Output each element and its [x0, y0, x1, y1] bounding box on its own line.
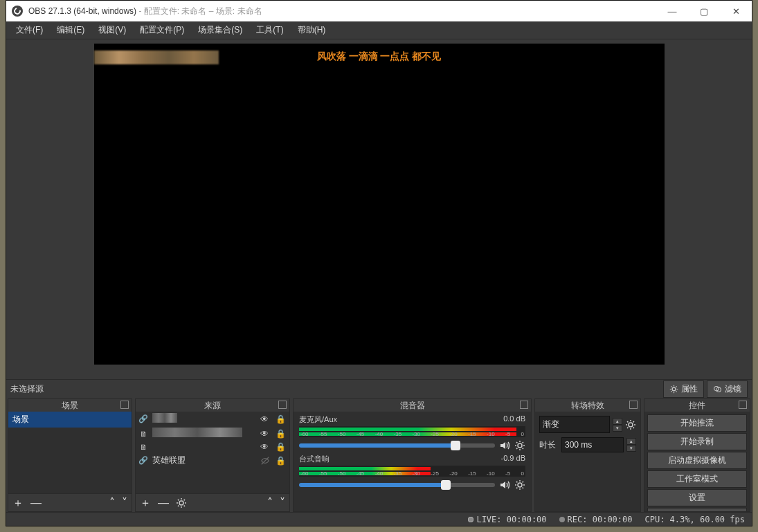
filters-button[interactable]: 滤镜: [707, 380, 748, 398]
menu-view[interactable]: 视图(V): [91, 21, 133, 39]
window-buttons: — ▢ ✕: [656, 1, 752, 21]
source-move-down-button[interactable]: ˅: [280, 497, 285, 508]
source-toolbar: 未选择源 属性 滤镜: [6, 379, 752, 398]
mixer-channel-mic: 麦克风/Aux 0.0 dB -60-55-50-45-40-35-30-25-…: [294, 412, 531, 451]
lock-toggle[interactable]: 🔒: [276, 456, 287, 466]
start-virtualcam-button[interactable]: 启动虚拟摄像机: [647, 452, 747, 469]
menu-profile[interactable]: 配置文件(P): [133, 21, 191, 39]
scene-move-up-button[interactable]: ˄: [109, 497, 115, 508]
settings-button[interactable]: 设置: [647, 489, 747, 506]
lock-toggle[interactable]: 🔒: [276, 442, 287, 452]
popout-icon[interactable]: [629, 401, 638, 409]
source-properties-button[interactable]: [176, 497, 187, 508]
remove-scene-button[interactable]: —: [30, 497, 42, 508]
transition-select[interactable]: 渐变: [539, 416, 610, 433]
exit-button[interactable]: 退出: [647, 508, 747, 511]
preview-canvas[interactable]: 风吹落 一滴滴 一点点 都不见: [94, 44, 665, 365]
status-live: LIVE: 00:00:00: [468, 515, 546, 524]
transitions-dock: 转场特效 渐变 ▴▾ 时长 300 ms ▴▾: [534, 398, 641, 512]
mixer-channel-desktop: 台式音响 -0.9 dB -60-55-50-45-40-35-30-25-20…: [294, 451, 531, 490]
source-row[interactable]: 🗎 👁 🔒: [136, 426, 289, 441]
properties-button[interactable]: 属性: [663, 380, 704, 398]
source-row[interactable]: 🗎 👁 🔒: [136, 441, 289, 453]
studio-mode-button[interactable]: 工作室模式: [647, 470, 747, 488]
speaker-icon[interactable]: [499, 440, 510, 451]
transitions-body: 渐变 ▴▾ 时长 300 ms ▴▾: [535, 412, 640, 511]
window-title: OBS 27.1.3 (64-bit, windows) - 配置文件: 未命名…: [28, 6, 656, 17]
status-cpu: CPU: 4.3%, 60.00 fps: [645, 515, 746, 524]
volume-meter: -60-55-50-45-40-35-30-25-20-15-10-50: [299, 466, 525, 477]
menu-scene-collection[interactable]: 场景集合(S): [191, 21, 249, 39]
source-move-up-button[interactable]: ˄: [267, 497, 273, 508]
obs-app-icon: [12, 6, 23, 17]
sources-toolbar: ＋ — ˄ ˅: [136, 493, 289, 511]
channel-db: -0.9 dB: [501, 454, 525, 464]
menu-help[interactable]: 帮助(H): [291, 21, 333, 39]
duration-input[interactable]: 300 ms: [561, 437, 624, 452]
mixer-dock: 混音器 麦克风/Aux 0.0 dB -60-55-50-45-40-35-30…: [293, 398, 532, 512]
scenes-list[interactable]: 场景: [8, 412, 132, 493]
source-row[interactable]: 🔗 英雄联盟 🔒: [136, 453, 289, 468]
scene-move-down-button[interactable]: ˅: [122, 497, 127, 508]
link-icon: 🔗: [138, 414, 148, 423]
volume-meter: -60-55-50-45-40-35-30-25-20-15-10-50: [299, 426, 525, 437]
app-name: OBS 27.1.3 (64-bit, windows): [28, 6, 136, 16]
start-streaming-button[interactable]: 开始推流: [647, 414, 747, 432]
gear-icon[interactable]: [514, 440, 525, 451]
visibility-toggle[interactable]: 👁: [260, 414, 271, 424]
volume-slider[interactable]: [299, 483, 495, 487]
duration-label: 时长: [539, 439, 559, 451]
source-row[interactable]: 🔗 👁 🔒: [136, 412, 289, 426]
transition-spin[interactable]: ▴▾: [613, 418, 622, 432]
visibility-toggle[interactable]: 👁: [260, 442, 271, 452]
lock-toggle[interactable]: 🔒: [276, 414, 287, 424]
lock-toggle[interactable]: 🔒: [276, 429, 287, 439]
remove-source-button[interactable]: —: [158, 497, 169, 508]
sources-list[interactable]: 🔗 👁 🔒 🗎 👁 🔒 🗎 👁 🔒: [136, 412, 289, 493]
close-button[interactable]: ✕: [720, 1, 752, 21]
scene-row[interactable]: 场景: [8, 412, 132, 428]
scenes-toolbar: ＋ — ˄ ˅: [8, 493, 132, 511]
status-rec: REC: 00:00:00: [559, 515, 633, 524]
gear-icon[interactable]: [514, 479, 525, 490]
add-source-button[interactable]: ＋: [140, 497, 151, 508]
channel-db: 0.0 dB: [503, 414, 525, 425]
add-scene-button[interactable]: ＋: [12, 497, 24, 508]
menu-edit[interactable]: 编辑(E): [50, 21, 91, 39]
sources-dock: 来源 🔗 👁 🔒 🗎 👁 🔒 🗎: [135, 398, 290, 512]
visibility-toggle[interactable]: 👁: [260, 429, 271, 439]
source-label: 英雄联盟: [152, 455, 256, 466]
gear-icon[interactable]: [625, 419, 636, 430]
menu-file[interactable]: 文件(F): [9, 21, 50, 39]
gear-icon: [669, 385, 678, 394]
docks: 场景 场景 ＋ — ˄ ˅ 来源 🔗: [6, 398, 752, 512]
svg-point-7: [629, 423, 633, 427]
popout-icon[interactable]: [739, 401, 747, 409]
channel-name: 麦克风/Aux: [299, 414, 337, 425]
controls-header: 控件: [644, 399, 750, 412]
svg-point-6: [518, 483, 522, 487]
popout-icon[interactable]: [278, 401, 287, 409]
menubar: 文件(F) 编辑(E) 视图(V) 配置文件(P) 场景集合(S) 工具(T) …: [6, 21, 752, 39]
mixer-body: 麦克风/Aux 0.0 dB -60-55-50-45-40-35-30-25-…: [294, 412, 531, 511]
obs-window: OBS 27.1.3 (64-bit, windows) - 配置文件: 未命名…: [6, 0, 752, 526]
popout-icon[interactable]: [520, 401, 528, 409]
maximize-button[interactable]: ▢: [688, 1, 720, 21]
titlebar: OBS 27.1.3 (64-bit, windows) - 配置文件: 未命名…: [6, 1, 752, 21]
speaker-icon[interactable]: [499, 479, 510, 490]
volume-slider[interactable]: [299, 443, 495, 448]
live-dot-icon: [468, 517, 473, 522]
start-recording-button[interactable]: 开始录制: [647, 433, 747, 450]
no-source-selected-label: 未选择源: [10, 383, 44, 395]
mixer-header: 混音器: [294, 399, 531, 412]
source-label: [152, 413, 256, 425]
source-label: [152, 428, 256, 439]
svg-point-0: [672, 387, 676, 391]
sources-header: 来源: [136, 399, 289, 412]
minimize-button[interactable]: —: [656, 1, 688, 21]
menu-tools[interactable]: 工具(T): [249, 21, 290, 39]
popout-icon[interactable]: [120, 401, 129, 409]
duration-spin[interactable]: ▴▾: [626, 438, 636, 452]
visibility-toggle[interactable]: [260, 456, 271, 466]
scenes-header: 场景: [8, 399, 132, 412]
